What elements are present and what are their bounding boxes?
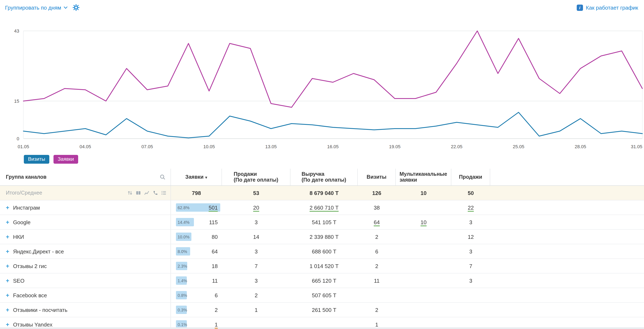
expand-row-button[interactable]: + xyxy=(6,307,9,313)
chart-legend: Визиты Заявки xyxy=(24,155,78,164)
leads-cell: 2.3%18 xyxy=(171,259,222,273)
visits-cell: 2 xyxy=(358,259,396,273)
col-header-revenue[interactable]: Выручка(По дате оплаты) xyxy=(290,169,358,185)
share-bar: 1.4% xyxy=(176,276,187,285)
multichannel-cell xyxy=(396,200,451,215)
cell-value[interactable]: 10 xyxy=(421,219,427,225)
sort-icon[interactable] xyxy=(128,190,132,195)
leads-value[interactable]: 501 xyxy=(209,204,218,211)
leads-cell: 62.8%501 xyxy=(171,200,222,215)
cell-value: 261 500 Т xyxy=(312,307,336,313)
sales-paid-cell: 1 xyxy=(222,303,290,317)
multichannel-cell xyxy=(396,288,451,302)
table-row: +Яндекс.Директ - все8.0%643688 600 Т63 xyxy=(0,244,644,259)
channel-name: Отзывики - посчитать xyxy=(13,307,67,313)
expand-row-button[interactable]: + xyxy=(6,321,9,328)
channel-cell: +Отзывики - посчитать xyxy=(0,303,171,317)
sales-paid-cell: 3 xyxy=(222,215,290,229)
sales-paid-cell: 2 xyxy=(222,288,290,302)
cell-value: 3 xyxy=(469,219,472,225)
cell-value: 3 xyxy=(255,248,258,255)
expand-row-button[interactable]: + xyxy=(6,204,9,211)
cell-value[interactable]: 64 xyxy=(374,219,380,225)
cell-value: 14 xyxy=(253,234,259,240)
sort-desc-icon: ▾ xyxy=(205,175,207,179)
expand-row-button[interactable]: + xyxy=(6,277,9,284)
expand-row-button[interactable]: + xyxy=(6,233,9,240)
list-icon[interactable] xyxy=(161,190,166,195)
legend-visits-button[interactable]: Визиты xyxy=(24,155,49,164)
col-header-label: Продажи xyxy=(234,171,257,177)
cell-value: 3 xyxy=(255,278,258,284)
svg-text:01.05: 01.05 xyxy=(18,144,29,149)
share-bar: 14.4% xyxy=(176,218,194,226)
expand-row-button[interactable]: + xyxy=(6,263,9,269)
filler-cell xyxy=(490,288,644,302)
share-bar: 2.3% xyxy=(176,262,187,270)
table-row: +Отзывики - посчитать0.3%21261 500 Т2 xyxy=(0,303,644,317)
col-header-channel-group[interactable]: Группа каналов xyxy=(0,169,171,185)
columns-icon[interactable] xyxy=(136,190,141,195)
leads-value: 6 xyxy=(215,292,218,298)
summary-sales: 50 xyxy=(451,190,490,196)
settings-gear-icon[interactable] xyxy=(73,4,80,11)
legend-leads-button[interactable]: Заявки xyxy=(54,155,78,164)
filler-cell xyxy=(490,303,644,317)
col-header-label: Мультиканальные xyxy=(400,171,447,177)
col-header-label: Заявки xyxy=(185,174,204,180)
cell-value: 2 xyxy=(375,234,378,240)
share-percent: 2.3% xyxy=(176,264,187,268)
expand-row-button[interactable]: + xyxy=(6,292,9,299)
col-header-label: Продажи xyxy=(459,174,482,180)
help-label: Как работает график xyxy=(586,4,638,11)
share-percent: 14.4% xyxy=(176,220,190,224)
leads-value: 18 xyxy=(212,263,218,269)
multichannel-cell xyxy=(396,259,451,273)
chart-icon[interactable] xyxy=(144,190,150,195)
channel-name: Яндекс.Директ - все xyxy=(13,248,64,255)
svg-text:04.05: 04.05 xyxy=(80,144,91,149)
visits-cell: 11 xyxy=(358,274,396,288)
leads-value: 11 xyxy=(212,278,218,284)
leads-value[interactable]: 1 xyxy=(215,321,218,328)
channel-name: Отзывы Yandex xyxy=(13,321,52,328)
cell-value: 3 xyxy=(469,278,472,284)
col-header-leads[interactable]: Заявки▾ xyxy=(171,169,222,185)
channel-name: Инстаграм xyxy=(13,204,40,211)
svg-text:25.05: 25.05 xyxy=(513,144,524,149)
chart-help-link[interactable]: i Как работает график xyxy=(577,4,638,11)
col-header-sales-paid[interactable]: Продажи(По дате оплаты) xyxy=(222,169,290,185)
svg-text:13.05: 13.05 xyxy=(265,144,277,149)
phone-icon[interactable] xyxy=(153,190,158,195)
filler-cell xyxy=(490,200,644,215)
cell-value[interactable]: 20 xyxy=(253,204,259,211)
revenue-cell: 1 014 520 Т xyxy=(290,259,358,273)
cell-value[interactable]: 2 660 710 Т xyxy=(310,204,339,211)
channel-cell: +Яндекс.Директ - все xyxy=(0,244,171,259)
share-percent: 10.0% xyxy=(176,234,190,239)
sales-cell xyxy=(451,303,490,317)
revenue-cell: 261 500 Т xyxy=(290,303,358,317)
expand-row-button[interactable]: + xyxy=(6,248,9,255)
multichannel-cell xyxy=(396,230,451,244)
cell-value: 541 105 Т xyxy=(312,219,336,225)
col-header-multichannel[interactable]: Мультиканальныезаявки xyxy=(396,169,451,185)
summary-leads: 798 xyxy=(171,190,222,196)
col-header-visits[interactable]: Визиты xyxy=(358,169,396,185)
expand-row-button[interactable]: + xyxy=(6,219,9,226)
info-icon: i xyxy=(577,4,583,11)
search-icon[interactable] xyxy=(160,174,166,180)
leads-cell: 10.0%80 xyxy=(171,230,222,244)
channel-name: Google xyxy=(13,219,30,225)
cell-value: 2 339 880 Т xyxy=(310,234,339,240)
summary-toolbar xyxy=(128,190,166,195)
revenue-cell: 2 660 710 Т xyxy=(290,200,358,215)
col-header-sales[interactable]: Продажи xyxy=(451,169,490,185)
channel-cell: +Google xyxy=(0,215,171,229)
cell-value: 12 xyxy=(468,234,474,240)
sales-paid-cell: 14 xyxy=(222,230,290,244)
cell-value[interactable]: 22 xyxy=(468,204,474,211)
cell-value: 507 605 Т xyxy=(312,292,336,298)
grouping-dropdown[interactable]: Группировать по дням xyxy=(5,4,68,11)
revenue-cell: 665 120 Т xyxy=(290,274,358,288)
